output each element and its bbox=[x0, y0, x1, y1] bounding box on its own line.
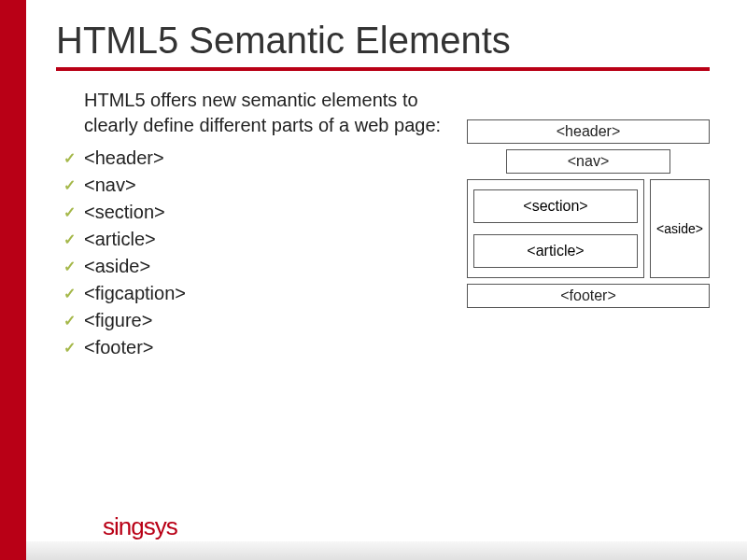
list-item: ✓<footer> bbox=[63, 337, 448, 358]
list-item: ✓<figcaption> bbox=[63, 283, 448, 304]
diagram-main-col: <section> <article> bbox=[467, 179, 644, 278]
list-item-label: <section> bbox=[84, 202, 165, 222]
list-item-label: <aside> bbox=[84, 256, 150, 276]
list-item: ✓<aside> bbox=[63, 256, 448, 277]
check-icon: ✓ bbox=[63, 149, 76, 167]
list-item: ✓<nav> bbox=[63, 175, 448, 196]
body-row: HTML5 offers new semantic elements to cl… bbox=[56, 88, 710, 364]
check-icon: ✓ bbox=[63, 176, 76, 194]
list-item-label: <figcaption> bbox=[84, 283, 186, 303]
left-accent-bar bbox=[0, 0, 26, 560]
diagram-header-box: <header> bbox=[467, 119, 710, 144]
slide-title: HTML5 Semantic Elements bbox=[56, 19, 710, 62]
diagram-nav-box: <nav> bbox=[506, 149, 671, 174]
slide-content: HTML5 Semantic Elements HTML5 offers new… bbox=[56, 19, 710, 532]
brand-logo: singsys bbox=[103, 512, 177, 541]
footer-shadow bbox=[26, 541, 747, 560]
list-item-label: <article> bbox=[84, 229, 156, 249]
list-item-label: <footer> bbox=[84, 337, 154, 357]
diagram-middle-row: <section> <article> <aside> bbox=[467, 179, 710, 278]
check-icon: ✓ bbox=[63, 203, 76, 221]
text-column: HTML5 offers new semantic elements to cl… bbox=[56, 88, 448, 364]
bullet-list: ✓<header> ✓<nav> ✓<section> ✓<article> ✓… bbox=[63, 147, 448, 358]
list-item-label: <header> bbox=[84, 147, 164, 168]
intro-text: HTML5 offers new semantic elements to cl… bbox=[84, 88, 448, 138]
title-underline bbox=[56, 67, 710, 71]
check-icon: ✓ bbox=[63, 312, 76, 329]
diagram-section-box: <section> bbox=[473, 189, 638, 223]
list-item: ✓<figure> bbox=[63, 310, 448, 331]
diagram-aside-box: <aside> bbox=[650, 179, 710, 278]
check-icon: ✓ bbox=[63, 339, 76, 357]
check-icon: ✓ bbox=[63, 258, 76, 275]
check-icon: ✓ bbox=[63, 285, 76, 302]
check-icon: ✓ bbox=[63, 231, 76, 248]
diagram-footer-box: <footer> bbox=[467, 284, 710, 308]
diagram-article-box: <article> bbox=[473, 234, 638, 268]
list-item: ✓<section> bbox=[63, 202, 448, 223]
list-item-label: <figure> bbox=[84, 310, 152, 330]
layout-diagram: <header> <nav> <section> <article> <asid… bbox=[467, 114, 710, 314]
list-item: ✓<header> bbox=[63, 147, 448, 169]
list-item: ✓<article> bbox=[63, 229, 448, 250]
list-item-label: <nav> bbox=[84, 175, 136, 195]
